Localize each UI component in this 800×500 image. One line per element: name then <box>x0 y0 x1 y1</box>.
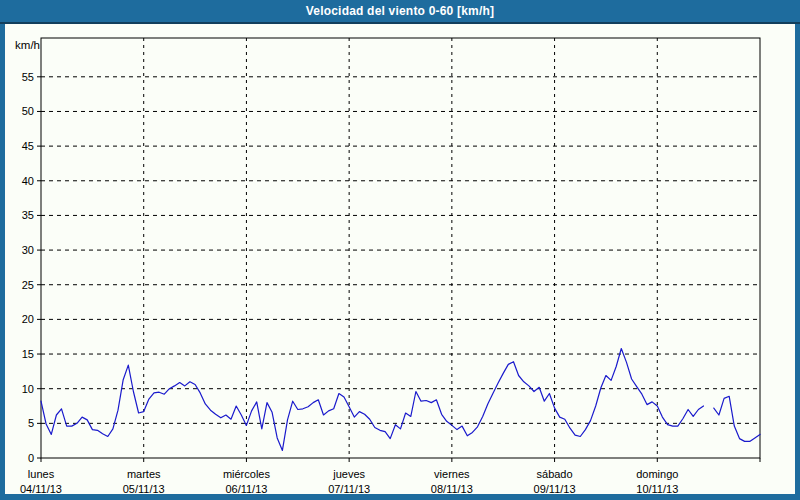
x-date-label: 04/11/13 <box>20 483 62 495</box>
y-tick-label: 45 <box>22 140 34 152</box>
axis-labels: 0510152025303540455055km/hlunes04/11/13m… <box>15 39 678 495</box>
y-tick-label: 50 <box>22 105 34 117</box>
y-tick-label: 15 <box>22 348 34 360</box>
x-day-label: miércoles <box>223 468 271 480</box>
x-day-label: lunes <box>28 468 55 480</box>
y-tick-label: 40 <box>22 175 34 187</box>
plot-frame <box>41 38 760 458</box>
y-tick-label: 35 <box>22 209 34 221</box>
x-date-label: 08/11/13 <box>431 483 473 495</box>
wind-speed-window: Velocidad del viento 0-60 [km/h] 0510152… <box>0 0 800 500</box>
y-axis-unit-label: km/h <box>15 39 40 51</box>
gridlines <box>41 38 760 458</box>
x-date-label: 05/11/13 <box>123 483 165 495</box>
x-day-label: domingo <box>636 468 678 480</box>
x-day-label: viernes <box>434 468 470 480</box>
y-tick-label: 20 <box>22 313 34 325</box>
y-tick-label: 10 <box>22 383 34 395</box>
x-date-label: 07/11/13 <box>328 483 370 495</box>
x-day-label: martes <box>127 468 161 480</box>
y-tick-label: 0 <box>28 452 34 464</box>
wind-speed-series <box>41 349 760 451</box>
x-date-label: 09/11/13 <box>534 483 576 495</box>
y-tick-label: 5 <box>28 417 34 429</box>
y-tick-label: 25 <box>22 279 34 291</box>
y-tick-label: 55 <box>22 71 34 83</box>
x-date-label: 10/11/13 <box>636 483 678 495</box>
y-tick-label: 30 <box>22 244 34 256</box>
x-date-label: 06/11/13 <box>225 483 267 495</box>
wind-chart: 0510152025303540455055km/hlunes04/11/13m… <box>0 0 800 500</box>
x-day-label: jueves <box>332 468 365 480</box>
x-day-label: sábado <box>537 468 573 480</box>
